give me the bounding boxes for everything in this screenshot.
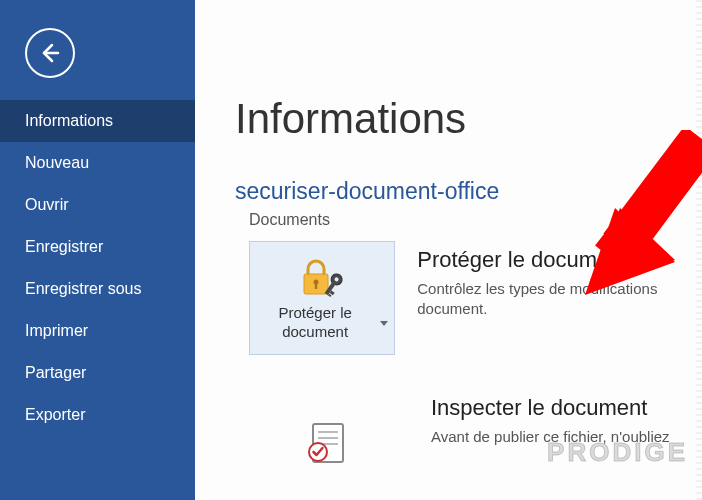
protect-document-label: Protéger le document bbox=[256, 304, 374, 342]
document-location: Documents bbox=[249, 211, 702, 229]
section-protect-document: Protéger le document Protéger le documen… bbox=[235, 241, 702, 355]
lock-key-icon bbox=[298, 252, 346, 302]
cropped-edge-decoration bbox=[696, 0, 702, 500]
sidebar-item-exporter[interactable]: Exporter bbox=[0, 394, 195, 436]
inspect-document-desc: Avant de publier ce fichier, n'oubliez bbox=[431, 427, 670, 447]
sidebar-item-label: Enregistrer bbox=[25, 238, 103, 255]
sidebar-item-label: Imprimer bbox=[25, 322, 88, 339]
sidebar-item-ouvrir[interactable]: Ouvrir bbox=[0, 184, 195, 226]
sidebar-item-label: Informations bbox=[25, 112, 113, 129]
sidebar-item-label: Enregistrer sous bbox=[25, 280, 142, 297]
sidebar-nav: Informations Nouveau Ouvrir Enregistrer … bbox=[0, 100, 195, 436]
sidebar-item-enregistrer-sous[interactable]: Enregistrer sous bbox=[0, 268, 195, 310]
protect-document-button[interactable]: Protéger le document bbox=[249, 241, 395, 355]
document-name: securiser-document-office bbox=[235, 178, 702, 205]
arrow-left-icon bbox=[38, 41, 62, 65]
protect-document-desc: Contrôlez les types de modifications doc… bbox=[417, 279, 702, 320]
protect-document-title: Protéger le document bbox=[417, 247, 702, 273]
inspect-document-icon bbox=[303, 418, 355, 468]
section-inspect-document: Inspecter le document Avant de publier c… bbox=[235, 389, 702, 499]
chevron-down-icon bbox=[380, 321, 388, 326]
sidebar-item-imprimer[interactable]: Imprimer bbox=[0, 310, 195, 352]
inspect-document-text: Inspecter le document Avant de publier c… bbox=[431, 389, 670, 447]
svg-rect-3 bbox=[315, 283, 317, 289]
inspect-document-button[interactable] bbox=[249, 389, 409, 499]
sidebar-item-label: Exporter bbox=[25, 406, 85, 423]
page-title: Informations bbox=[235, 95, 702, 143]
backstage-main: Informations securiser-document-office D… bbox=[195, 0, 702, 500]
sidebar-item-label: Partager bbox=[25, 364, 86, 381]
sidebar-item-nouveau[interactable]: Nouveau bbox=[0, 142, 195, 184]
sidebar-item-partager[interactable]: Partager bbox=[0, 352, 195, 394]
inspect-document-title: Inspecter le document bbox=[431, 395, 670, 421]
sidebar-item-label: Nouveau bbox=[25, 154, 89, 171]
sidebar-item-label: Ouvrir bbox=[25, 196, 69, 213]
back-button[interactable] bbox=[25, 28, 75, 78]
sidebar-item-enregistrer[interactable]: Enregistrer bbox=[0, 226, 195, 268]
sidebar-item-informations[interactable]: Informations bbox=[0, 100, 195, 142]
backstage-sidebar: Informations Nouveau Ouvrir Enregistrer … bbox=[0, 0, 195, 500]
protect-document-text: Protéger le document Contrôlez les types… bbox=[417, 241, 702, 320]
